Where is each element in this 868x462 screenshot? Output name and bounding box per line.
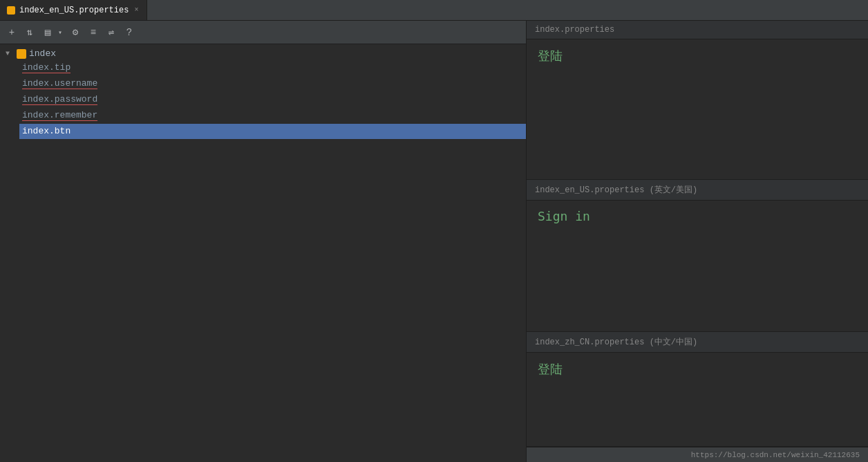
tree-view: ▼ index index.tip index.username index.p…	[0, 44, 526, 462]
tab-file-icon	[7, 6, 15, 15]
toolbar: + ⇅ ▤ ▾ ⚙ ≡ ⇌ ?	[0, 21, 526, 44]
prop-panel-default: index.properties 登陆	[527, 21, 868, 180]
right-panel: index.properties 登陆 index_en_US.properti…	[527, 21, 868, 462]
prop-value-default: 登陆	[538, 49, 563, 63]
dropdown-button[interactable]: ▾	[58, 28, 65, 37]
prop-content-default[interactable]: 登陆	[527, 39, 868, 179]
tree-children: index.tip index.username index.password …	[0, 60, 526, 139]
status-bar: https://blog.csdn.net/weixin_42112635	[527, 447, 868, 462]
help-button[interactable]: ?	[122, 25, 137, 40]
tree-item-password-label: index.password	[22, 94, 97, 105]
tab-close-button[interactable]: ×	[133, 6, 140, 15]
split-button[interactable]: ⇌	[104, 25, 119, 40]
prop-content-en[interactable]: Sign in	[527, 201, 868, 331]
tree-item-tip[interactable]: index.tip	[19, 60, 526, 76]
main-area: + ⇅ ▤ ▾ ⚙ ≡ ⇌ ? ▼ index index.tip index.…	[0, 21, 868, 462]
left-panel: + ⇅ ▤ ▾ ⚙ ≡ ⇌ ? ▼ index index.tip index.…	[0, 21, 527, 462]
align-button[interactable]: ≡	[86, 25, 101, 40]
tree-arrow-icon: ▼	[6, 50, 14, 57]
tree-item-remember[interactable]: index.remember	[19, 108, 526, 124]
prop-header-en: index_en_US.properties (英文/美国)	[527, 180, 868, 201]
sort-button[interactable]: ⇅	[22, 25, 37, 40]
prop-value-en: Sign in	[538, 209, 590, 223]
prop-header-zh: index_zh_CN.properties (中文/中国)	[527, 332, 868, 353]
tree-root-icon	[17, 49, 26, 59]
tree-item-btn[interactable]: index.btn	[19, 124, 526, 139]
active-tab[interactable]: index_en_US.properties ×	[0, 0, 147, 20]
tree-item-password[interactable]: index.password	[19, 92, 526, 108]
tree-root-label: index	[29, 48, 56, 59]
tree-root[interactable]: ▼ index	[0, 47, 526, 60]
prop-header-default: index.properties	[527, 21, 868, 39]
tab-label: index_en_US.properties	[19, 6, 129, 15]
add-button[interactable]: +	[4, 25, 19, 40]
prop-panel-en: index_en_US.properties (英文/美国) Sign in	[527, 180, 868, 332]
status-url: https://blog.csdn.net/weixin_42112635	[691, 451, 860, 459]
prop-content-zh[interactable]: 登陆	[527, 353, 868, 446]
settings-button[interactable]: ⚙	[68, 25, 83, 40]
tree-item-tip-label: index.tip	[22, 62, 70, 73]
tree-item-remember-label: index.remember	[22, 110, 97, 121]
prop-panel-zh: index_zh_CN.properties (中文/中国) 登陆	[527, 332, 868, 447]
collapse-button[interactable]: ▤	[40, 25, 55, 40]
tab-bar: index_en_US.properties ×	[0, 0, 868, 21]
prop-value-zh: 登陆	[538, 362, 563, 376]
tree-item-username-label: index.username	[22, 78, 97, 89]
tree-item-btn-label: index.btn	[22, 126, 70, 136]
tree-item-username[interactable]: index.username	[19, 76, 526, 92]
